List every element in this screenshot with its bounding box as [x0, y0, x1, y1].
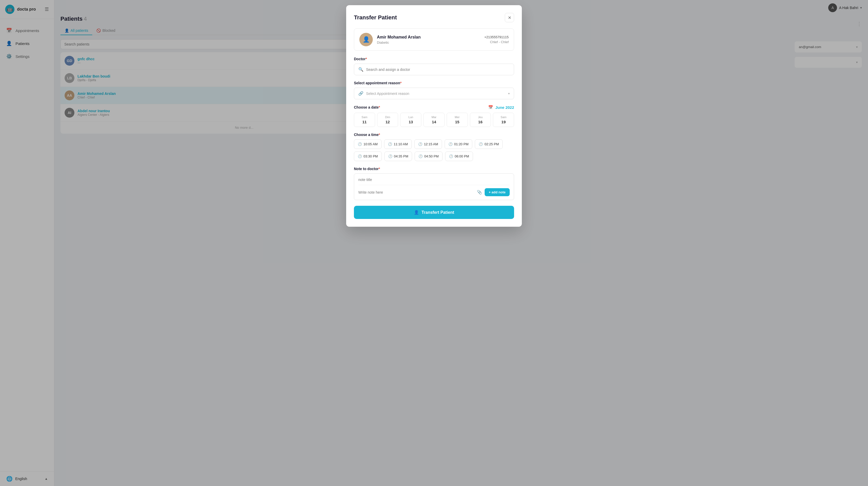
note-title-input[interactable]: [358, 178, 434, 182]
reason-select[interactable]: 🔗 Select Appointment reason ▾: [354, 88, 434, 99]
time-slot-1[interactable]: 🕐 11:10 AM: [384, 139, 412, 149]
clock-icon: 🕐: [388, 142, 392, 146]
time-slot-7[interactable]: 🕐 04:50 PM: [414, 151, 434, 161]
patient-card: 👤 Amir Mohamed Arslan Diabetic +21355579…: [354, 28, 434, 51]
date-cell-1[interactable]: Dim 12: [377, 113, 398, 127]
patient-card-name: Amir Mohamed Arslan: [377, 35, 434, 39]
clock-icon: 🕐: [418, 142, 423, 146]
reason-label: Select appointment reason*: [354, 81, 434, 85]
date-section: Choose a date* 📅 June 2022 Sam 11 Dim 12…: [354, 105, 434, 127]
date-cell-3[interactable]: Mar 14: [424, 113, 434, 127]
clock-icon: 🕐: [418, 154, 423, 158]
doctor-search-wrap[interactable]: 🔍: [354, 64, 434, 75]
note-box: 📎 + add note: [354, 173, 434, 200]
date-label: Choose a date*: [354, 105, 380, 109]
reason-section: Select appointment reason* 🔗 Select Appo…: [354, 81, 434, 99]
time-grid: 🕐 10:05 AM 🕐 11:10 AM 🕐 12:15 AM 🕐 01:20…: [354, 139, 434, 161]
doctor-label: Doctor*: [354, 57, 434, 61]
modal-title: Transfer Patient: [354, 14, 397, 21]
doctor-section: Doctor* 🔍: [354, 57, 434, 75]
clock-icon: 🕐: [388, 154, 393, 158]
note-label: Note to doctor*: [354, 167, 434, 171]
clock-icon: 🕐: [358, 154, 362, 158]
date-cell-2[interactable]: Lun 13: [400, 113, 421, 127]
time-slot-5[interactable]: 🕐 03:30 PM: [354, 151, 382, 161]
time-slot-2[interactable]: 🕐 12:15 AM: [414, 139, 434, 149]
doctor-search-icon: 🔍: [358, 67, 364, 72]
doctor-search-input[interactable]: [366, 67, 434, 72]
patient-card-avatar: 👤: [359, 33, 373, 46]
reason-select-text: Select Appointment reason: [366, 91, 434, 96]
transfer-patient-modal: Transfer Patient ✕ 👤 Amir Mohamed Arslan…: [346, 5, 434, 227]
date-cell-0[interactable]: Sam 11: [354, 113, 375, 127]
note-body-input[interactable]: [358, 190, 434, 194]
clock-icon: 🕐: [358, 142, 362, 146]
patient-card-condition: Diabetic: [377, 40, 434, 45]
time-slot-6[interactable]: 🕐 04:35 PM: [384, 151, 412, 161]
modal-overlay: Transfer Patient ✕ 👤 Amir Mohamed Arslan…: [0, 0, 434, 243]
time-section: Choose a time* 🕐 10:05 AM 🕐 11:10 AM 🕐 1…: [354, 133, 434, 161]
time-label: Choose a time*: [354, 133, 434, 137]
modal-header: Transfer Patient ✕: [354, 13, 434, 22]
transfer-icon: 👤: [414, 210, 419, 215]
transfer-patient-button[interactable]: 👤 Transfert Patient: [354, 206, 434, 219]
reason-select-icon: 🔗: [358, 91, 364, 96]
date-grid: Sam 11 Dim 12 Lun 13 Mar 14 Mer 15: [354, 113, 434, 127]
note-section: Note to doctor* 📎 + add note: [354, 167, 434, 200]
time-slot-0[interactable]: 🕐 10:05 AM: [354, 139, 381, 149]
